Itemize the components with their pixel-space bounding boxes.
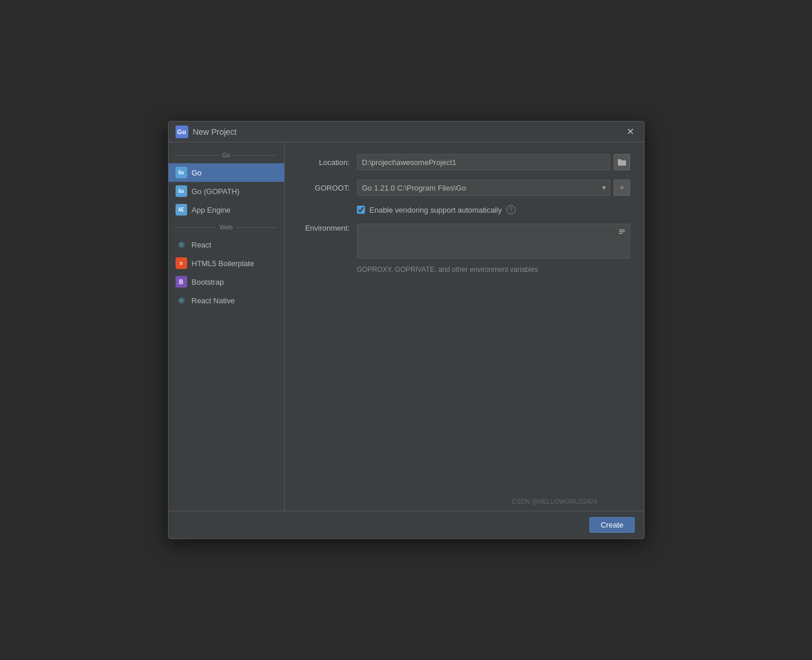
sidebar-item-go-gopath[interactable]: Go Go (GOPATH) bbox=[169, 182, 284, 200]
app-engine-icon: AE bbox=[176, 204, 187, 216]
goroot-add-button[interactable]: ＋ bbox=[614, 180, 630, 196]
go-section-label: Go bbox=[219, 152, 234, 159]
goroot-row: GOROOT: Go 1.21.0 C:\Program Files\Go ＋ bbox=[299, 180, 630, 196]
vendoring-help-icon[interactable]: ? bbox=[506, 205, 516, 214]
location-label: Location: bbox=[299, 158, 357, 167]
react-icon: ⚛ bbox=[176, 239, 187, 250]
go-gopath-icon: Go bbox=[176, 185, 187, 197]
sidebar-item-bootstrap[interactable]: B Bootstrap bbox=[169, 272, 284, 291]
goroot-select[interactable]: Go 1.21.0 C:\Program Files\Go bbox=[357, 180, 610, 196]
go-icon: Go bbox=[176, 167, 187, 178]
sidebar-item-react-native-label: React Native bbox=[192, 296, 235, 305]
svg-rect-3 bbox=[619, 231, 625, 232]
environment-input-wrapper bbox=[357, 224, 630, 261]
close-button[interactable]: ✕ bbox=[624, 125, 637, 138]
sidebar-item-react[interactable]: ⚛ React bbox=[169, 235, 284, 254]
location-browse-button[interactable] bbox=[614, 154, 630, 170]
dialog-body: Go Go Go Go Go (GOPATH) AE App Engine bbox=[169, 142, 644, 511]
dialog-titlebar: Go New Project ✕ bbox=[169, 121, 644, 142]
go-section-divider: Go bbox=[169, 149, 284, 161]
html5-icon: 5 bbox=[176, 257, 187, 269]
sidebar-item-app-engine[interactable]: AE App Engine bbox=[169, 200, 284, 219]
sidebar-item-react-label: React bbox=[192, 241, 212, 249]
svg-rect-2 bbox=[619, 229, 625, 231]
svg-rect-1 bbox=[618, 159, 621, 161]
goroot-select-wrapper: Go 1.21.0 C:\Program Files\Go bbox=[357, 180, 610, 196]
location-field-group bbox=[357, 154, 630, 170]
app-logo-icon: Go bbox=[176, 125, 188, 138]
svg-rect-4 bbox=[619, 233, 623, 234]
environment-label: Environment: bbox=[299, 224, 357, 232]
environment-row: Environment: bbox=[299, 224, 630, 261]
divider-line-web-right bbox=[236, 227, 277, 228]
bootstrap-icon: B bbox=[176, 276, 187, 288]
watermark: CSDN @HELLOWORLD2424 bbox=[512, 498, 598, 505]
vendoring-label: Enable vendoring support automatically bbox=[370, 206, 502, 214]
vendoring-row: Enable vendoring support automatically ? bbox=[299, 205, 630, 214]
new-project-dialog: Go New Project ✕ Go Go Go Go bbox=[168, 121, 645, 539]
web-section-divider: Web bbox=[169, 221, 284, 233]
sidebar-item-go[interactable]: Go Go bbox=[169, 163, 284, 182]
environment-edit-icon[interactable] bbox=[616, 226, 628, 238]
svg-rect-0 bbox=[618, 160, 626, 166]
create-button[interactable]: Create bbox=[589, 517, 634, 533]
sidebar-item-go-gopath-label: Go (GOPATH) bbox=[192, 187, 240, 196]
web-section-label: Web bbox=[216, 224, 236, 231]
location-label-text: Location: bbox=[319, 158, 350, 167]
sidebar-item-html5-label: HTML5 Boilerplate bbox=[192, 259, 255, 268]
environment-hint: GOPROXY, GOPRIVATE, and other environmen… bbox=[299, 266, 630, 274]
sidebar: Go Go Go Go Go (GOPATH) AE App Engine bbox=[169, 142, 285, 511]
dialog-title: New Project bbox=[193, 127, 237, 137]
divider-line-web-left bbox=[176, 227, 216, 228]
goroot-field-group: Go 1.21.0 C:\Program Files\Go ＋ bbox=[357, 180, 630, 196]
sidebar-item-app-engine-label: App Engine bbox=[192, 206, 231, 214]
divider-line-left bbox=[176, 155, 219, 156]
react-native-icon: ⚛ bbox=[176, 295, 187, 306]
environment-input[interactable] bbox=[357, 224, 630, 259]
goroot-label: GOROOT: bbox=[299, 184, 357, 192]
sidebar-item-bootstrap-label: Bootstrap bbox=[192, 278, 224, 286]
location-row: Location: bbox=[299, 154, 630, 170]
divider-line-right bbox=[234, 155, 277, 156]
main-content: Location: GOROOT: bbox=[285, 142, 644, 511]
sidebar-item-go-label: Go bbox=[192, 168, 202, 177]
location-input[interactable] bbox=[357, 154, 610, 170]
dialog-footer: Create bbox=[169, 511, 644, 539]
sidebar-item-react-native[interactable]: ⚛ React Native bbox=[169, 291, 284, 310]
folder-icon bbox=[618, 159, 626, 166]
sidebar-item-html5[interactable]: 5 HTML5 Boilerplate bbox=[169, 254, 284, 272]
dialog-title-left: Go New Project bbox=[176, 125, 237, 138]
vendoring-checkbox[interactable] bbox=[357, 206, 365, 214]
